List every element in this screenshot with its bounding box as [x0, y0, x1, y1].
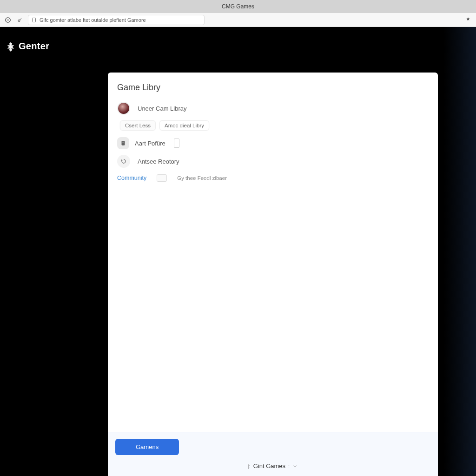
- user-avatar: [117, 102, 130, 115]
- footer-caption: |: Gint Games :: [248, 463, 298, 469]
- user-library-row[interactable]: Uneer Cam Libray: [117, 101, 429, 116]
- game-library-modal: Game Libry Uneer Cam Libray Csert Less A…: [108, 73, 438, 476]
- extensions-icon[interactable]: [464, 16, 472, 24]
- brand-logo[interactable]: Genter: [6, 41, 49, 52]
- caption-suffix: :: [288, 463, 290, 469]
- profile-icon: [117, 137, 129, 149]
- modal-title: Game Libry: [117, 83, 429, 93]
- history-label: Antsee Reotory: [138, 158, 179, 165]
- svg-rect-3: [122, 141, 125, 145]
- browser-address-bar: [0, 13, 476, 27]
- profile-label: Aart Pofüre: [135, 140, 165, 147]
- community-row[interactable]: Community Gy thee Feodl zibaer: [117, 173, 429, 183]
- caption-prefix: |:: [248, 463, 251, 469]
- address-input[interactable]: [40, 17, 201, 23]
- svg-rect-2: [33, 18, 36, 22]
- history-row[interactable]: Antsee Reotory: [117, 154, 429, 169]
- window-title: CMG Games: [222, 3, 254, 10]
- right-gradient: [443, 27, 476, 476]
- profile-row[interactable]: Aart Pofüre: [117, 137, 429, 149]
- filter-chip-row: Csert Less Amoc dieal Libry: [120, 120, 429, 131]
- history-icon: [117, 155, 130, 168]
- modal-footer: Gamens |: Gint Games :: [108, 432, 438, 476]
- chip-amoc-libry[interactable]: Amoc dieal Libry: [159, 120, 209, 131]
- community-label: Community: [117, 175, 146, 181]
- profile-indicator: [174, 139, 179, 148]
- brand-name: Genter: [19, 41, 49, 52]
- community-thumb-icon: [157, 174, 167, 182]
- games-button[interactable]: Gamens: [115, 439, 179, 455]
- window-titlebar: CMG Games: [0, 0, 476, 13]
- key-icon[interactable]: [16, 16, 24, 24]
- brand-mark-icon: [6, 41, 16, 52]
- page-root: Genter Game Libry Uneer Cam Libray Csert…: [0, 27, 476, 476]
- svg-point-1: [18, 20, 20, 21]
- user-library-label: Uneer Cam Libray: [138, 105, 187, 112]
- caret-down-icon: [292, 463, 298, 469]
- address-input-wrap[interactable]: [28, 15, 205, 25]
- chip-csert-less[interactable]: Csert Less: [120, 120, 156, 131]
- back-icon[interactable]: [4, 16, 12, 24]
- caption-text: Gint Games: [253, 463, 285, 469]
- modal-body: Game Libry Uneer Cam Libray Csert Less A…: [108, 73, 438, 432]
- svg-rect-4: [122, 142, 124, 142]
- page-icon: [31, 17, 37, 23]
- community-hint: Gy thee Feodl zibaer: [177, 175, 227, 181]
